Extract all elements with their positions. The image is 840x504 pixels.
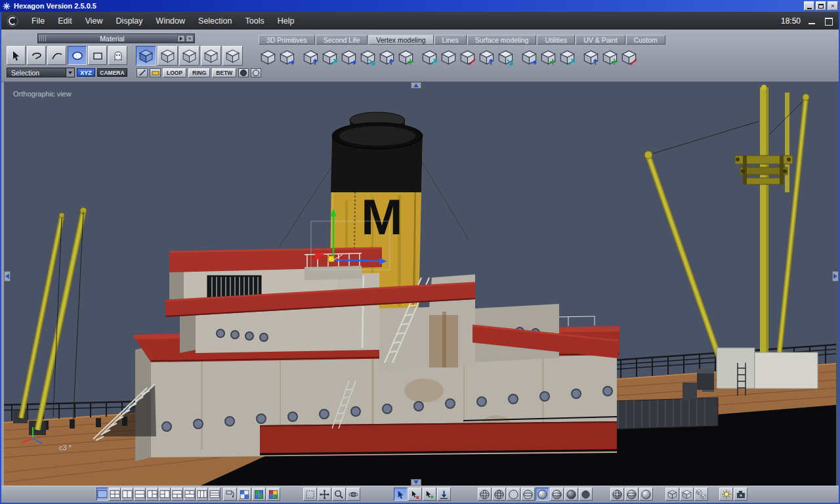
freehand-select-button[interactable] (47, 46, 66, 65)
ghost-select-button[interactable] (108, 46, 127, 65)
tool-extrude-line-button[interactable] (301, 47, 320, 68)
tool-cut-button[interactable] (496, 47, 515, 68)
tool-copy-symmetry-button[interactable] (539, 47, 558, 68)
wireframe-button[interactable] (478, 488, 492, 501)
ellipse-select-button[interactable] (68, 46, 87, 65)
shrink-selection-button[interactable] (251, 68, 261, 77)
show-wire-cube-button[interactable] (665, 488, 679, 501)
panel-grip-icon[interactable] (39, 35, 47, 41)
menu-view[interactable]: View (79, 14, 110, 28)
tool-smooth-button[interactable] (581, 47, 600, 68)
select-arrow-button[interactable] (7, 46, 26, 65)
panel-minimize-icon[interactable] (807, 17, 817, 25)
panel-close-button[interactable]: × (186, 35, 194, 42)
lasso-select-button[interactable] (27, 46, 46, 65)
select-edges-button[interactable] (158, 46, 178, 66)
layout-2-1-button[interactable] (159, 488, 171, 501)
loop-button[interactable]: LOOP (163, 68, 186, 77)
minimize-button[interactable] (804, 1, 814, 10)
zoom-button[interactable] (332, 488, 346, 501)
tab-lines[interactable]: Lines (434, 35, 467, 45)
camera-button[interactable] (734, 488, 747, 501)
panel-expand-button[interactable] (177, 35, 185, 42)
tool-add-points-button[interactable] (600, 47, 620, 68)
layout-3rows-button[interactable] (209, 488, 220, 501)
selection-dropdown[interactable]: Selection (7, 68, 75, 77)
tool-chamfer-button[interactable] (458, 47, 477, 68)
tool-symmetry-button[interactable] (520, 47, 539, 68)
title-bar[interactable]: Hexagon Version 2.5.0.5 × (0, 0, 840, 12)
tab-uv-paint[interactable]: UV & Paint (576, 35, 625, 45)
drop-to-floor-button[interactable] (437, 488, 451, 501)
layout-2cols-button[interactable] (121, 488, 133, 501)
tab-second-life[interactable]: Second Life (316, 35, 368, 45)
layout-single-button[interactable] (96, 488, 108, 501)
pan-right-button[interactable] (832, 271, 839, 282)
grid-texture-blue-button[interactable] (238, 488, 251, 501)
close-button[interactable]: × (828, 1, 838, 10)
menu-help[interactable]: Help (271, 14, 301, 28)
tool-bridge-button[interactable] (377, 47, 396, 68)
textured-decal-button[interactable] (579, 488, 593, 501)
pan-up-button[interactable] (411, 82, 421, 89)
select-multi-button[interactable] (222, 46, 243, 66)
select-faces-button[interactable] (179, 46, 200, 66)
tool-thickness-button[interactable] (558, 47, 577, 68)
smooth-shaded-button[interactable] (536, 488, 549, 501)
textured-button[interactable] (564, 488, 578, 501)
tool-extract-button[interactable] (477, 47, 496, 68)
tab-vertex-modeling[interactable]: Vertex modeling (368, 35, 433, 45)
tab-surface-modeling[interactable]: Surface modeling (467, 35, 537, 45)
viewport-canvas[interactable]: M (4, 82, 839, 486)
light-button[interactable] (719, 488, 733, 501)
layout-1-2-button[interactable] (146, 488, 158, 501)
tool-tessellate-button[interactable] (396, 47, 415, 68)
pan-down-button[interactable] (411, 479, 421, 486)
material-panel-header[interactable]: Material × (37, 33, 195, 43)
betw-button[interactable]: BETW (212, 68, 236, 77)
tool-extrude-surface-button[interactable] (278, 47, 297, 68)
tool-sweep-surface-button[interactable] (320, 47, 339, 68)
snap-cursor-button[interactable] (423, 488, 436, 501)
tab-custom[interactable]: Custom (626, 35, 665, 45)
paint-select-button[interactable] (136, 68, 148, 77)
smoothing-medium-button[interactable] (625, 488, 639, 501)
tab-utilities[interactable]: Utilities (537, 35, 575, 45)
show-solid-cube-button[interactable] (680, 488, 694, 501)
tool-connect-button[interactable] (420, 47, 439, 68)
tab-3d-primitives[interactable]: 3D Primitives (259, 35, 315, 45)
dropdown-arrow-icon[interactable] (66, 68, 74, 77)
select-cursor-button[interactable] (394, 488, 408, 501)
menu-selection[interactable]: Selection (192, 14, 238, 28)
pan-button[interactable] (318, 488, 331, 501)
cut-cursor-button[interactable] (408, 488, 422, 501)
rect-select-button[interactable] (88, 46, 107, 65)
orbit-button[interactable] (346, 488, 360, 501)
ring-button[interactable]: RING (188, 68, 210, 77)
soft-select-button[interactable] (150, 68, 161, 77)
layout-3cols-button[interactable] (196, 488, 208, 501)
select-points-button[interactable] (136, 46, 156, 66)
grid-texture-multi-button[interactable] (266, 488, 280, 501)
smoothing-high-button[interactable] (639, 488, 653, 501)
menu-edit[interactable]: Edit (51, 14, 79, 28)
maximize-button[interactable] (816, 1, 826, 10)
smoothing-off-button[interactable] (610, 488, 624, 501)
panel-restore-icon[interactable] (824, 17, 833, 25)
layout-top1-bottom2-button[interactable] (171, 488, 183, 501)
menu-tools[interactable]: Tools (238, 14, 270, 28)
grid-texture-green-button[interactable] (252, 488, 266, 501)
tool-fast-extrude-button[interactable] (339, 47, 358, 68)
layout-top2-bottom1-button[interactable] (184, 488, 196, 501)
region-zoom-button[interactable] (303, 488, 317, 501)
wireframe-hidden-button[interactable] (492, 488, 506, 501)
menu-file[interactable]: File (25, 14, 51, 28)
layout-2rows-button[interactable] (134, 488, 146, 501)
pan-left-button[interactable] (4, 271, 10, 282)
show-instances-button[interactable] (694, 488, 708, 501)
tool-offset-button[interactable] (358, 47, 377, 68)
tool-remove-points-button[interactable] (620, 47, 639, 68)
layout-quad-button[interactable] (109, 488, 121, 501)
viewport-3d[interactable]: M (4, 82, 839, 486)
camera-toggle-button[interactable]: CAMERA (97, 68, 127, 77)
